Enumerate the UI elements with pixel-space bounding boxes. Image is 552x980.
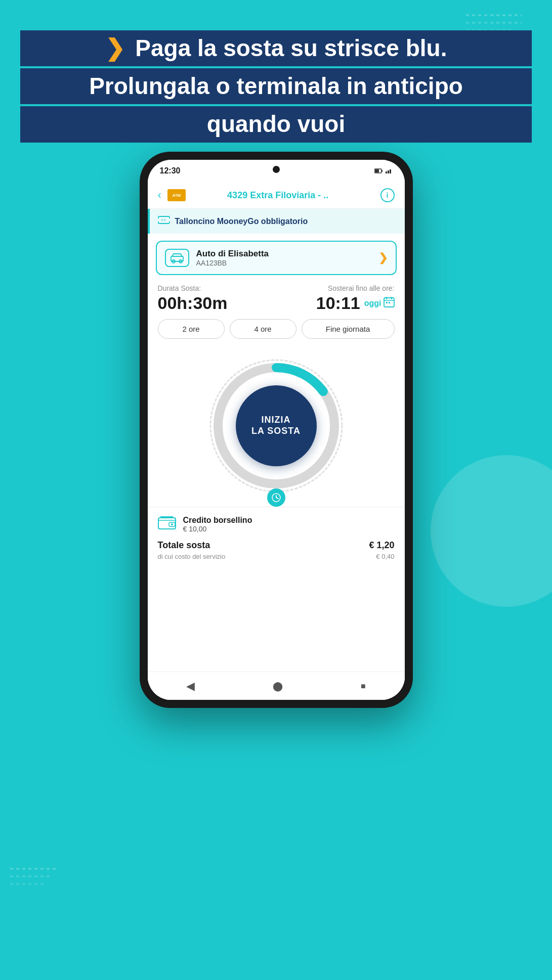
car-icon [165, 249, 189, 267]
car-name: Auto di Elisabetta [196, 249, 378, 259]
credit-row: Credito borsellino € 10,00 [158, 515, 395, 533]
header-line2: Prolungala o terminala in anticipo [20, 68, 532, 104]
car-chevron-icon: ❯ [378, 251, 388, 264]
signal-icon [386, 168, 393, 173]
phone-frame: 12:30 [140, 152, 413, 708]
total-row: Totale sosta € 1,20 [158, 540, 395, 551]
timer-clock-badge [267, 488, 285, 507]
car-selector[interactable]: Auto di Elisabetta AA123BB ❯ [156, 241, 397, 275]
ticket-banner: Talloncino MooneyGo obbligatorio [148, 209, 405, 234]
chevron-icon: ❯ [105, 35, 125, 61]
header-area: ❯ Paga la sosta su strisce blu. Prolunga… [0, 30, 552, 143]
timer-area: INIZIA LA SOSTA [148, 345, 405, 507]
car-plate: AA123BB [196, 259, 378, 267]
svg-rect-7 [381, 170, 383, 172]
svg-rect-11 [390, 169, 391, 173]
quick-times: 2 ore 4 ore Fine giornata [148, 313, 405, 345]
svg-line-30 [276, 498, 278, 499]
svg-rect-24 [389, 302, 390, 303]
calendar-icon[interactable] [384, 296, 395, 310]
status-time: 12:30 [160, 166, 181, 175]
quick-btn-2ore[interactable]: 2 ore [158, 319, 225, 339]
until-label: Sosterai fino alle ore: [328, 284, 395, 292]
credit-amount: € 10,00 [183, 525, 252, 533]
total-amount: € 1,20 [369, 540, 394, 551]
status-bar: 12:30 [148, 160, 405, 182]
svg-rect-9 [386, 171, 387, 173]
service-amount: € 0,40 [376, 553, 394, 560]
android-home-btn[interactable]: ⬤ [273, 681, 283, 692]
service-label: di cui costo del servizio [158, 553, 226, 560]
svg-point-13 [158, 218, 160, 221]
header-line1: ❯ Paga la sosta su strisce blu. [20, 30, 532, 66]
app-navbar: ‹ ATM 4329 Extra Filoviaria - .. i [148, 182, 405, 209]
camera-notch [273, 166, 280, 173]
bg-deco-lines-bottom [10, 864, 61, 904]
car-details: Auto di Elisabetta AA123BB [196, 249, 378, 267]
svg-rect-10 [388, 170, 389, 173]
back-button[interactable]: ‹ [158, 189, 161, 202]
ticket-text: Talloncino MooneyGo obbligatorio [175, 217, 308, 226]
svg-rect-23 [386, 302, 388, 303]
battery-icon [374, 168, 383, 173]
svg-rect-31 [158, 518, 176, 529]
android-recents-btn[interactable]: ■ [361, 682, 366, 691]
quick-btn-4ore[interactable]: 4 ore [230, 319, 296, 339]
credit-title: Credito borsellino [183, 516, 252, 525]
credit-details: Credito borsellino € 10,00 [183, 516, 252, 533]
ticket-icon [158, 215, 170, 228]
android-nav-bar: ◀ ⬤ ■ [148, 672, 405, 700]
bg-decoration-circle [431, 455, 552, 607]
phone-screen: 12:30 [148, 160, 405, 700]
duration-section: Durata Sosta: 00h:30m Sosterai fino alle… [148, 282, 405, 313]
start-btn-line1: INIZIA [262, 415, 291, 426]
service-row: di cui costo del servizio € 0,40 [158, 553, 395, 560]
nav-title: 4329 Extra Filoviaria - .. [191, 190, 365, 201]
atm-logo: ATM [167, 189, 186, 201]
quick-btn-fine-giornata[interactable]: Fine giornata [302, 319, 395, 339]
start-btn-line2: LA SOSTA [251, 426, 301, 437]
total-label: Totale sosta [158, 540, 210, 551]
app-content: ‹ ATM 4329 Extra Filoviaria - .. i [148, 182, 405, 700]
duration-label: Durata Sosta: [158, 284, 228, 292]
duration-value: 00h:30m [158, 293, 228, 313]
svg-point-33 [171, 523, 173, 525]
wallet-icon [158, 515, 176, 533]
header-line3: quando vuoi [20, 106, 532, 142]
info-button[interactable]: i [380, 188, 395, 202]
start-button[interactable]: INIZIA LA SOSTA [236, 385, 317, 466]
android-back-btn[interactable]: ◀ [186, 680, 195, 693]
svg-rect-8 [375, 169, 379, 172]
svg-rect-16 [171, 256, 183, 261]
timer-svg-wrapper: INIZIA LA SOSTA [200, 350, 352, 502]
until-time: 10:11 [316, 293, 360, 313]
svg-point-14 [168, 218, 170, 221]
today-text: oggi [364, 299, 381, 308]
phone-mockup: 12:30 [140, 152, 413, 708]
status-icons [374, 168, 393, 173]
bottom-section: Credito borsellino € 10,00 Totale sosta … [148, 507, 405, 564]
